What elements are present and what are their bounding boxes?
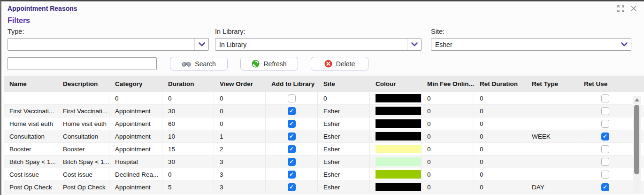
cell-ret-duration: 0 <box>474 117 526 130</box>
in-library-dropdown[interactable]: In Library <box>215 38 422 51</box>
cell-ret-use: ✓ <box>578 117 632 130</box>
scrollbar-thumb[interactable] <box>634 105 639 174</box>
column-header[interactable]: View Order <box>214 80 266 87</box>
cell-add-to-library: ✓ <box>266 117 318 130</box>
cell-add-to-library: ✓ <box>266 181 318 194</box>
cell-name: First Vaccinati... <box>4 105 57 117</box>
site-dropdown[interactable]: Esher <box>431 38 631 51</box>
checked-checkbox[interactable]: ✓ <box>288 120 296 128</box>
column-header[interactable]: Site <box>318 80 370 87</box>
column-header[interactable]: Name <box>4 80 57 87</box>
cell-duration: 15 <box>162 143 214 156</box>
cell-view-order: 3 <box>214 181 266 194</box>
cell-min-fee: 0 <box>422 105 474 117</box>
checked-checkbox[interactable]: ✓ <box>288 183 296 191</box>
cell-colour <box>370 181 422 194</box>
cell-name: Cost issue <box>4 168 57 181</box>
cell-view-order: 3 <box>214 168 266 181</box>
colour-swatch[interactable] <box>376 145 421 153</box>
delete-button[interactable]: Delete <box>311 57 368 70</box>
cell-ret-type: WEEK <box>526 130 578 143</box>
cell-category: Hospital <box>109 156 162 168</box>
type-label: Type: <box>8 28 209 35</box>
cell-category: Declined Rea... <box>109 168 162 181</box>
cell-ret-use: ✓ <box>578 181 632 194</box>
unchecked-checkbox[interactable]: ✓ <box>601 94 609 102</box>
column-header[interactable]: Ret Type <box>526 80 578 87</box>
unchecked-checkbox[interactable]: ✓ <box>601 107 609 115</box>
unchecked-checkbox[interactable]: ✓ <box>601 120 609 128</box>
checked-checkbox[interactable]: ✓ <box>288 107 296 115</box>
checked-checkbox[interactable]: ✓ <box>601 183 609 191</box>
unchecked-checkbox[interactable]: ✓ <box>288 94 296 102</box>
column-header[interactable]: Min Fee Onlin... <box>422 80 474 87</box>
checked-checkbox[interactable]: ✓ <box>601 133 609 140</box>
cell-ret-use: ✓ <box>578 105 632 117</box>
type-dropdown[interactable] <box>8 38 209 51</box>
cell-view-order: 0 <box>214 92 266 105</box>
table-row[interactable]: Bitch Spay < 1...Bitch Spay < 1...Hospit… <box>4 156 644 168</box>
colour-swatch[interactable] <box>376 107 421 115</box>
search-input[interactable] <box>8 57 157 70</box>
chevron-down-icon[interactable] <box>194 39 208 50</box>
table-row[interactable]: ConsultationConsultationAppointment101✓E… <box>4 130 644 143</box>
type-dropdown-value <box>8 39 194 50</box>
column-header[interactable]: Add to Library <box>266 80 318 87</box>
colour-swatch[interactable] <box>376 157 421 166</box>
cell-name <box>4 92 57 105</box>
vertical-scrollbar[interactable] <box>633 96 641 194</box>
chevron-down-icon[interactable] <box>617 39 631 50</box>
colour-swatch[interactable] <box>376 119 421 128</box>
table-row[interactable]: BoosterBoosterAppointment152✓Esher00✓ <box>4 143 644 156</box>
column-header[interactable]: Duration <box>162 80 214 87</box>
unchecked-checkbox[interactable]: ✓ <box>601 145 609 153</box>
checked-checkbox[interactable]: ✓ <box>288 158 296 166</box>
cell-view-order: 0 <box>214 105 266 117</box>
cell-name: Bitch Spay < 1... <box>4 156 57 168</box>
checked-checkbox[interactable]: ✓ <box>288 171 296 179</box>
filter-group-in-library: In Library: In Library <box>215 28 422 51</box>
cell-min-fee: 0 <box>422 143 474 156</box>
unchecked-checkbox[interactable]: ✓ <box>601 158 609 166</box>
table-row[interactable]: 000✓000✓ <box>4 92 644 105</box>
column-header[interactable]: Ret Duration <box>474 80 526 87</box>
cell-description: Booster <box>57 143 109 156</box>
cell-site: Esher <box>318 168 370 181</box>
colour-swatch[interactable] <box>376 94 421 102</box>
table-row[interactable]: Home visit euthHome visit euthAppointmen… <box>4 117 644 130</box>
cell-add-to-library: ✓ <box>266 156 318 168</box>
expand-icon[interactable] <box>616 4 625 13</box>
page-title: Appointment Reasons <box>8 5 77 12</box>
checked-checkbox[interactable]: ✓ <box>288 145 296 153</box>
cell-site: 0 <box>318 92 370 105</box>
cell-site: Esher <box>318 130 370 143</box>
unchecked-checkbox[interactable]: ✓ <box>601 171 609 179</box>
colour-swatch[interactable] <box>376 132 421 140</box>
delete-icon <box>324 60 332 68</box>
colour-swatch[interactable] <box>376 170 421 179</box>
close-icon[interactable] <box>629 4 638 13</box>
chevron-down-icon[interactable] <box>407 39 421 50</box>
refresh-button-label: Refresh <box>263 60 286 68</box>
column-header[interactable]: Category <box>109 80 162 87</box>
column-header[interactable]: Colour <box>370 80 422 87</box>
cell-colour <box>370 168 422 181</box>
cell-description: Home visit euth <box>57 117 109 130</box>
column-header[interactable]: Ret Use <box>578 80 632 87</box>
cell-duration: 0 <box>162 92 214 105</box>
table-row[interactable]: Post Op CheckPost Op CheckAppointment53✓… <box>4 181 644 194</box>
search-button[interactable]: Search <box>170 57 228 70</box>
cell-duration: 60 <box>162 117 214 130</box>
cell-ret-use: ✓ <box>578 143 632 156</box>
column-header[interactable]: Description <box>57 80 109 87</box>
table-row[interactable]: Cost issueCost issueDeclined Rea...03✓Es… <box>4 168 644 181</box>
cell-ret-type <box>526 105 578 117</box>
table-row[interactable]: First Vaccinati...First Vaccinati...Appo… <box>4 105 644 117</box>
cell-ret-duration: 0 <box>474 168 526 181</box>
cell-duration: 30 <box>162 156 214 168</box>
filter-row: Type: In Library: In Library Site: Esher <box>1 28 644 51</box>
refresh-button[interactable]: Refresh <box>240 57 298 70</box>
colour-swatch[interactable] <box>376 183 421 191</box>
scroll-up-arrow-icon[interactable] <box>635 98 639 101</box>
checked-checkbox[interactable]: ✓ <box>288 133 296 140</box>
